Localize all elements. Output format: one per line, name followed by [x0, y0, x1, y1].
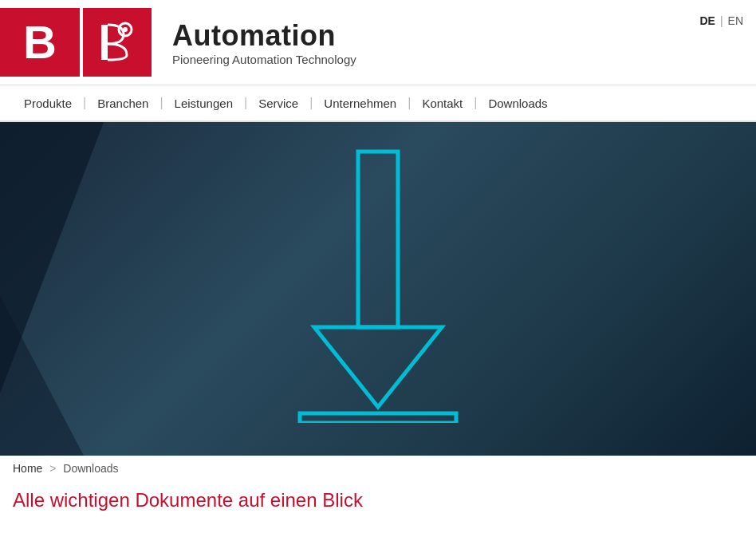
download-arrow-svg	[234, 136, 522, 423]
language-switcher: DE | EN	[699, 8, 743, 27]
lang-en-button[interactable]: EN	[728, 14, 743, 27]
hero-download-icon	[234, 136, 522, 426]
nav-link-produkte[interactable]: Produkte	[13, 97, 83, 110]
nav-link-unternehmen[interactable]: Unternehmen	[313, 97, 408, 110]
brand-name: Automation	[172, 19, 356, 53]
header-left: B Auto	[0, 8, 356, 77]
page-title-section: Alle wichtigen Dokumente auf einen Blick	[0, 481, 756, 524]
svg-point-3	[123, 27, 128, 32]
nav-link-downloads[interactable]: Downloads	[477, 97, 558, 110]
logo-container: B	[0, 8, 152, 77]
svg-marker-5	[314, 327, 442, 407]
logo-icon-box	[83, 8, 152, 77]
berghof-logo-icon	[93, 18, 141, 66]
nav-link-service[interactable]: Service	[247, 97, 309, 110]
breadcrumb-current: Downloads	[63, 462, 118, 475]
breadcrumb-home-link[interactable]: Home	[13, 462, 42, 475]
nav-link-leistungen[interactable]: Leistungen	[163, 97, 244, 110]
nav-link-kontakt[interactable]: Kontakt	[411, 97, 474, 110]
nav-item-branchen: Branchen	[86, 97, 159, 110]
nav-item-downloads: Downloads	[477, 97, 558, 110]
nav-item-produkte: Produkte	[13, 97, 83, 110]
page-title: Alle wichtigen Dokumente auf einen Blick	[13, 489, 743, 511]
brand-tagline: Pioneering Automation Technology	[172, 53, 356, 66]
svg-rect-2	[101, 25, 108, 60]
hero-triangle-left2	[0, 296, 84, 456]
lang-de-button[interactable]: DE	[699, 14, 715, 27]
nav-list: Produkte | Branchen | Leistungen | Servi…	[13, 85, 743, 120]
breadcrumb-separator: >	[49, 462, 56, 475]
lang-separator: |	[720, 14, 723, 27]
nav-item-service: Service	[247, 97, 309, 110]
nav-item-unternehmen: Unternehmen	[313, 97, 408, 110]
nav-item-leistungen: Leistungen	[163, 97, 244, 110]
hero-banner	[0, 122, 756, 456]
breadcrumb: Home > Downloads	[0, 456, 756, 481]
nav-link-branchen[interactable]: Branchen	[86, 97, 159, 110]
main-nav: Produkte | Branchen | Leistungen | Servi…	[0, 85, 756, 122]
site-header: B Auto	[0, 0, 756, 85]
brand-text: Automation Pioneering Automation Technol…	[164, 19, 356, 66]
logo-b-box: B	[0, 8, 80, 77]
svg-rect-4	[358, 152, 398, 327]
nav-item-kontakt: Kontakt	[411, 97, 474, 110]
logo-letter: B	[23, 19, 57, 65]
svg-rect-6	[300, 413, 456, 423]
